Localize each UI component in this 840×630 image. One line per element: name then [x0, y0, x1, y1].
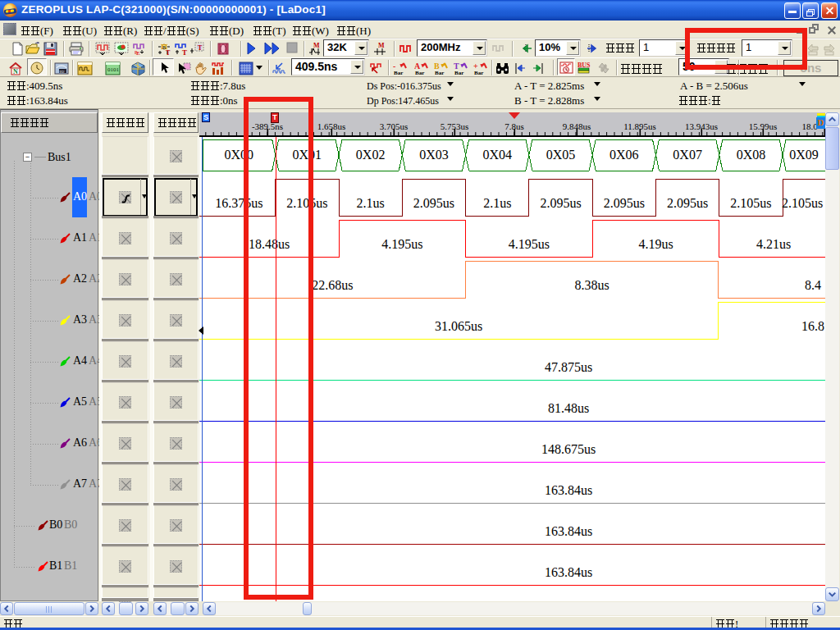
svg-text:Bar: Bar [435, 70, 444, 75]
svg-text:4.19us: 4.19us [638, 237, 673, 251]
svg-text:0X08: 0X08 [737, 148, 766, 162]
svg-text:0X07: 0X07 [673, 148, 702, 162]
svg-text:2.1us: 2.1us [357, 196, 385, 210]
svg-text:8.38us: 8.38us [574, 278, 609, 292]
svg-text:T: T [166, 49, 171, 56]
svg-text:22.68us: 22.68us [312, 278, 353, 292]
svg-text:163.84us: 163.84us [545, 483, 592, 497]
svg-text:4.195us: 4.195us [509, 237, 550, 251]
svg-text:0X06: 0X06 [609, 148, 639, 162]
svg-text:0X02: 0X02 [356, 148, 386, 162]
svg-text:8.4: 8.4 [805, 278, 821, 292]
svg-text:Bar: Bar [415, 70, 424, 75]
svg-text:0X03: 0X03 [419, 148, 449, 162]
svg-text:2.095us: 2.095us [667, 196, 708, 210]
svg-text:0101: 0101 [107, 66, 120, 73]
svg-text:2.105us: 2.105us [730, 196, 771, 210]
svg-text:0X04: 0X04 [482, 148, 512, 162]
svg-text:0X05: 0X05 [546, 148, 576, 162]
svg-text:2.105us: 2.105us [782, 196, 823, 210]
svg-text:2.1us: 2.1us [483, 196, 511, 210]
svg-text:E: E [136, 50, 140, 56]
svg-text:2.095us: 2.095us [413, 196, 454, 210]
svg-text:2.095us: 2.095us [540, 196, 581, 210]
svg-text:163.84us: 163.84us [545, 524, 592, 538]
svg-text:H2: H2 [60, 70, 66, 74]
svg-text:M: M [313, 42, 320, 49]
svg-text:4.21us: 4.21us [756, 237, 791, 251]
svg-text:M: M [378, 42, 385, 49]
svg-text:81.48us: 81.48us [548, 401, 589, 415]
svg-text:Bar: Bar [474, 70, 483, 75]
svg-text:T: T [182, 48, 187, 56]
svg-text:T: T [198, 44, 203, 52]
svg-text:BUS: BUS [578, 62, 591, 69]
svg-text:16.8: 16.8 [801, 319, 824, 333]
svg-text:47.875us: 47.875us [545, 360, 592, 374]
svg-text:2.095us: 2.095us [604, 196, 645, 210]
svg-text:4.195us: 4.195us [381, 237, 422, 251]
svg-text:0X09: 0X09 [789, 148, 819, 162]
svg-text:Bar: Bar [454, 70, 463, 75]
svg-text:163.84us: 163.84us [545, 565, 592, 579]
svg-text:148.675us: 148.675us [541, 442, 596, 456]
svg-text:Bar: Bar [394, 70, 403, 75]
svg-text:N: N [13, 68, 18, 75]
svg-text:31.065us: 31.065us [435, 319, 482, 333]
